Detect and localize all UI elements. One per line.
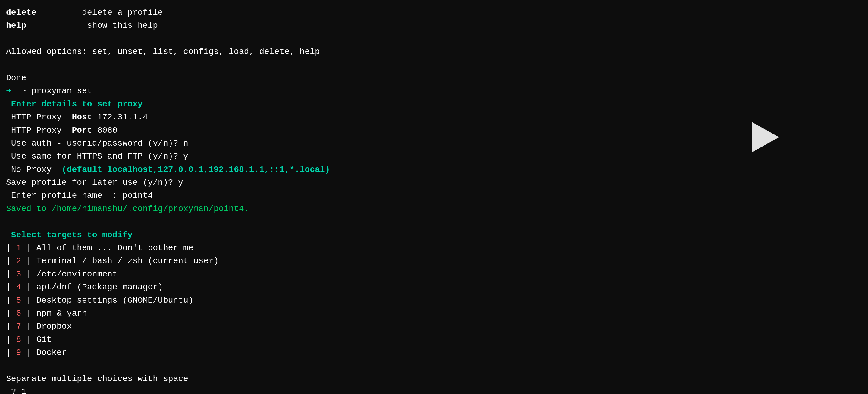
line-separate: Separate multiple choices with space	[6, 372, 862, 385]
no-proxy-label: No Proxy	[6, 165, 62, 174]
line-http-port: HTTP Proxy Port 8080	[6, 124, 862, 137]
num2: 2	[16, 256, 21, 266]
line-blank3	[6, 215, 862, 228]
help-keyword: help	[6, 21, 26, 30]
num9: 9	[16, 348, 21, 357]
opt8-text: | Git	[21, 335, 52, 344]
opt7-text: | Dropbox	[21, 322, 72, 331]
opt6-text: | npm & yarn	[21, 309, 87, 318]
line-opt6: | 6 | npm & yarn	[6, 307, 862, 320]
port-label: Port	[72, 126, 92, 135]
line-blank4	[6, 359, 862, 372]
pipe7a: |	[6, 322, 16, 331]
line-opt4: | 4 | apt/dnf (Package manager)	[6, 281, 862, 294]
pipe3a: |	[6, 270, 16, 279]
num1: 1	[16, 243, 21, 253]
pipe1a: |	[6, 243, 16, 253]
opt4-text: | apt/dnf (Package manager)	[21, 282, 163, 292]
host-value: 172.31.1.4	[92, 113, 148, 122]
help-desc: show this help	[26, 21, 158, 30]
line-opt1: | 1 | All of them ... Don't bother me	[6, 241, 862, 254]
num8: 8	[16, 335, 21, 344]
http-proxy-label2: HTTP Proxy	[6, 126, 72, 135]
line-blank1	[6, 32, 862, 45]
line-delete: delete delete a profile	[6, 6, 862, 19]
prompt-tilde: ~ proxyman set	[11, 86, 92, 96]
use-auth-text: Use auth - userid/password (y/n)? n	[6, 139, 188, 148]
pipe6a: |	[6, 309, 16, 318]
terminal-window: delete delete a profile help show this h…	[6, 6, 862, 394]
opt3-text: | /etc/environment	[21, 270, 117, 279]
opt5-text: | Desktop settings (GNOME/Ubuntu)	[21, 296, 193, 305]
use-same-text: Use same for HTTPS and FTP (y/n)? y	[6, 152, 188, 161]
line-opt8: | 8 | Git	[6, 333, 862, 346]
line-enter-details: Enter details to set proxy	[6, 98, 862, 111]
allowed-options-text: Allowed options: set, unset, list, confi…	[6, 47, 320, 56]
line-opt5: | 5 | Desktop settings (GNOME/Ubuntu)	[6, 294, 862, 307]
num6: 6	[16, 309, 21, 318]
port-value: 8080	[92, 126, 118, 135]
pipe4a: |	[6, 282, 16, 292]
opt2-text: | Terminal / bash / zsh (current user)	[21, 256, 218, 266]
enter-profile-text: Enter profile name : point4	[6, 191, 153, 200]
line-opt3: | 3 | /etc/environment	[6, 268, 862, 281]
line-choice: ? 1	[6, 385, 862, 394]
delete-keyword: delete	[6, 8, 36, 17]
svg-marker-0	[752, 122, 779, 152]
select-targets-text: Select targets to modify	[6, 230, 132, 240]
saved-to-text: Saved to /home/himanshu/.config/proxyman…	[6, 204, 249, 213]
line-help: help show this help	[6, 19, 862, 32]
done-text: Done	[6, 73, 26, 83]
line-done: Done	[6, 71, 862, 84]
pipe8a: |	[6, 335, 16, 344]
separate-text: Separate multiple choices with space	[6, 374, 188, 384]
line-prompt-set: ➜ ~ proxyman set	[6, 84, 862, 97]
line-blank2	[6, 59, 862, 71]
no-proxy-defaults: (default localhost,127.0.0.1,192.168.1.1…	[62, 165, 330, 174]
line-opt7: | 7 | Dropbox	[6, 320, 862, 333]
delete-desc: delete a profile	[36, 8, 163, 17]
svg-marker-1	[753, 125, 754, 150]
http-proxy-label1: HTTP Proxy	[6, 113, 72, 122]
play-button-icon[interactable]	[747, 121, 784, 154]
num3: 3	[16, 270, 21, 279]
pipe9a: |	[6, 348, 16, 357]
line-allowed: Allowed options: set, unset, list, confi…	[6, 45, 862, 58]
line-http-host: HTTP Proxy Host 172.31.1.4	[6, 111, 862, 124]
num5: 5	[16, 296, 21, 305]
line-opt9: | 9 | Docker	[6, 346, 862, 359]
num7: 7	[16, 322, 21, 331]
num4: 4	[16, 282, 21, 292]
opt9-text: | Docker	[21, 348, 67, 357]
line-save-profile: Save profile for later use (y/n)? y	[6, 176, 862, 189]
enter-details-text: Enter details to set proxy	[6, 99, 143, 109]
opt1-text: | All of them ... Don't bother me	[21, 243, 193, 253]
line-select-targets: Select targets to modify	[6, 229, 862, 241]
host-label: Host	[72, 113, 92, 122]
line-use-auth: Use auth - userid/password (y/n)? n	[6, 137, 862, 150]
choice-text: ? 1	[6, 387, 26, 394]
prompt-arrow: ➜	[6, 86, 11, 96]
play-button-container[interactable]	[747, 121, 784, 154]
save-profile-text: Save profile for later use (y/n)? y	[6, 178, 183, 187]
pipe5a: |	[6, 296, 16, 305]
pipe2a: |	[6, 256, 16, 266]
line-use-same: Use same for HTTPS and FTP (y/n)? y	[6, 150, 862, 163]
line-saved-to: Saved to /home/himanshu/.config/proxyman…	[6, 202, 862, 215]
line-no-proxy: No Proxy (default localhost,127.0.0.1,19…	[6, 163, 862, 176]
line-enter-profile: Enter profile name : point4	[6, 189, 862, 202]
line-opt2: | 2 | Terminal / bash / zsh (current use…	[6, 254, 862, 267]
